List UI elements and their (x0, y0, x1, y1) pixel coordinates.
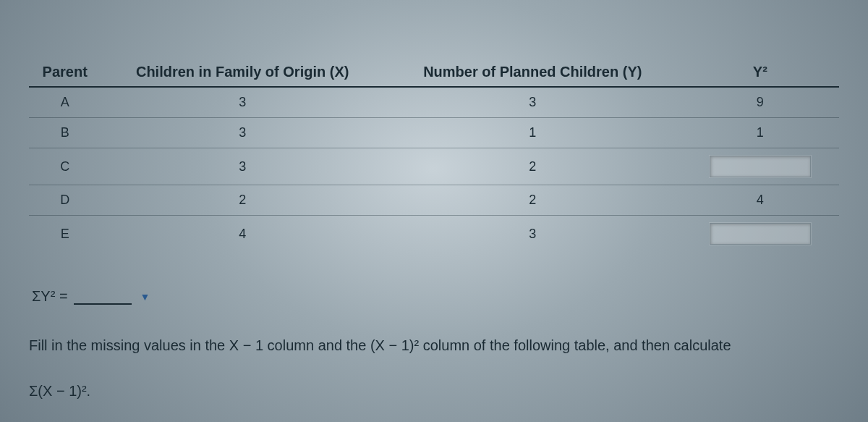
table-row: E43 (29, 216, 839, 253)
sigma-y2-row: ΣY² = ▼ (32, 288, 839, 305)
cell-y2: 1 (681, 118, 839, 148)
cell-y: 2 (384, 148, 681, 185)
cell-parent: B (29, 118, 101, 148)
header-x: Children in Family of Origin (X) (101, 58, 383, 87)
cell-y2 (681, 216, 839, 253)
cell-y: 3 (384, 87, 681, 118)
header-parent: Parent (29, 58, 101, 87)
instruction-text: Fill in the missing values in the X − 1 … (29, 334, 839, 357)
table-row: C32 (29, 148, 839, 185)
table-row: D224 (29, 185, 839, 216)
formula-text: Σ(X − 1)². (29, 383, 839, 400)
cell-x: 3 (101, 87, 383, 118)
cell-parent: E (29, 216, 101, 253)
cell-y: 2 (384, 185, 681, 216)
header-y: Number of Planned Children (Y) (384, 58, 681, 87)
table-row: B311 (29, 118, 839, 148)
cell-x: 3 (101, 148, 383, 185)
cell-y: 1 (384, 118, 681, 148)
cell-x: 2 (101, 185, 383, 216)
cell-parent: C (29, 148, 101, 185)
cell-x: 4 (101, 216, 383, 253)
cell-y2 (681, 148, 839, 185)
cell-x: 3 (101, 118, 383, 148)
sigma-y2-answer-blank[interactable] (74, 289, 132, 305)
header-y2: Y² (681, 58, 839, 87)
cell-parent: A (29, 87, 101, 118)
cell-y2: 9 (681, 87, 839, 118)
cell-y: 3 (384, 216, 681, 253)
y2-input[interactable] (710, 223, 811, 245)
cell-y2: 4 (681, 185, 839, 216)
table-row: A339 (29, 87, 839, 118)
sigma-y2-label: ΣY² = (32, 288, 68, 305)
data-table: Parent Children in Family of Origin (X) … (29, 58, 839, 252)
y2-input[interactable] (710, 156, 811, 177)
cell-parent: D (29, 185, 101, 216)
dropdown-caret-icon[interactable]: ▼ (140, 291, 150, 303)
